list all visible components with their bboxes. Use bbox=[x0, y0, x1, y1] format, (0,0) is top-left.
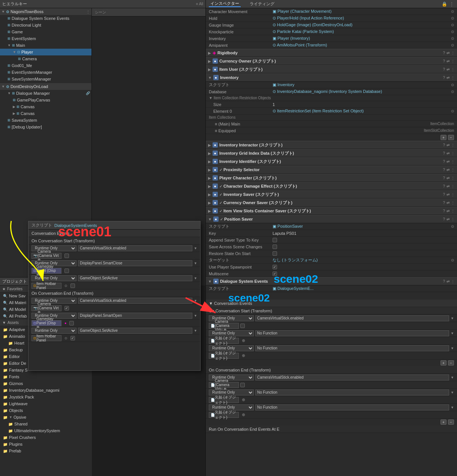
s01-dropdown3[interactable]: ▼ bbox=[194, 261, 197, 265]
component-inv-grid[interactable]: ▶ ■ Inventory Grid Index Data (スクリプト) ? … bbox=[206, 149, 457, 157]
help-icon[interactable]: ? bbox=[443, 279, 445, 284]
hierarchy-item-saveasystem[interactable]: ⊞ SaveaSystem bbox=[0, 117, 91, 124]
s01e-dropdown3[interactable]: ▼ bbox=[194, 314, 197, 318]
ds02-dropdown3[interactable]: ▼ bbox=[451, 331, 454, 335]
more-icon[interactable]: ⋮ bbox=[451, 217, 455, 221]
component-inv-interactor[interactable]: ▶ ■ Inventory Interactor (スクリプト) ? ⇄ ⋮ bbox=[206, 141, 457, 149]
ds02-dropdown1[interactable]: ▼ bbox=[451, 316, 454, 320]
settings-icon[interactable]: ⇄ bbox=[447, 209, 450, 213]
checkbox-multiscene[interactable] bbox=[273, 272, 277, 276]
hierarchy-item-main[interactable]: ▼ ⊞ Main bbox=[0, 42, 91, 49]
help-icon[interactable]: ? bbox=[443, 59, 445, 63]
s01e-dropdown5[interactable]: ▼ bbox=[194, 329, 197, 333]
more-icon[interactable]: ⋮ bbox=[451, 201, 455, 205]
ds02e-obj4[interactable]: 📄 欠如 (オブジェクト) bbox=[209, 397, 239, 403]
settings-icon[interactable]: ⇄ bbox=[447, 76, 450, 80]
prop-value[interactable]: ▣ PositionSaver bbox=[273, 224, 451, 229]
ds02-obj4[interactable]: 📄 欠如 (オブジェクト) bbox=[209, 338, 239, 344]
reset-icon[interactable]: ⊙ bbox=[451, 36, 454, 40]
component-currency-owner[interactable]: ▶ ■ Currency Owner (スクリプト) ? ⇄ ⋮ bbox=[206, 57, 457, 65]
hierarchy-item-nagomitownboss[interactable]: ▼ ⚙ NagomiTownBoss ⋮ bbox=[0, 8, 91, 15]
s01-obj2[interactable]: 📷 Camera (Camera Virt ⊕ bbox=[31, 253, 61, 259]
settings-icon[interactable]: ⇄ bbox=[447, 279, 450, 284]
s01e-obj6[interactable]: ⊡ Item Hotbar Panel bbox=[31, 335, 61, 341]
more-icon[interactable]: ⋮ bbox=[451, 279, 455, 284]
circle-icon[interactable]: ⊕ bbox=[242, 397, 245, 402]
ds02-check2[interactable] bbox=[240, 324, 245, 328]
component-position-saver[interactable]: ▼ ■ ✓ Position Saver ? ⇄ ⋮ bbox=[206, 215, 457, 223]
hierarchy-item-debugupdater[interactable]: ⊞ [Debug Updater] bbox=[0, 124, 91, 130]
folder-prefab[interactable]: 📁 Prefab bbox=[0, 448, 92, 454]
ds02-obj6[interactable]: 📄 欠如 (オブジェクト) bbox=[209, 353, 239, 359]
component-dialogue-events[interactable]: ▼ ■ Dialogue System Events ? ⇄ ⋮ bbox=[206, 277, 457, 285]
remove-button[interactable]: − bbox=[448, 360, 454, 366]
prop-value[interactable]: ⊙ AmiMotsuPoint (Transform) bbox=[273, 43, 451, 48]
s01-dropdown5[interactable]: ▼ bbox=[194, 276, 197, 280]
reset-icon[interactable]: ⊙ bbox=[451, 23, 454, 27]
s01e-dropdown1[interactable]: ▼ bbox=[194, 299, 197, 303]
more-icon[interactable]: ⋮ bbox=[451, 59, 455, 63]
tab-inspector[interactable]: インスペクター bbox=[209, 1, 241, 7]
settings-sm[interactable]: ⊙ bbox=[64, 336, 67, 340]
folder-shared[interactable]: 📁 Shared bbox=[0, 421, 92, 427]
more-icon[interactable]: ⋮ bbox=[451, 168, 455, 172]
help-icon[interactable]: ? bbox=[443, 143, 445, 147]
ds02e-dropdown1[interactable]: ▼ bbox=[451, 376, 454, 379]
help-icon[interactable]: ? bbox=[443, 184, 445, 188]
add-button[interactable]: + bbox=[441, 360, 447, 366]
collection-main[interactable]: ≡ (Main) Main ItemCollection bbox=[206, 121, 457, 127]
checkbox-restore[interactable] bbox=[273, 251, 277, 256]
prop-value[interactable]: ▣ Player (Inventory) bbox=[273, 36, 451, 41]
hierarchy-item-eventsystem[interactable]: ⊞ EventSystem bbox=[0, 35, 91, 42]
help-icon[interactable]: ? bbox=[443, 168, 445, 172]
s01-check2[interactable] bbox=[64, 254, 69, 258]
help-icon[interactable]: ? bbox=[443, 51, 445, 55]
more-icon[interactable]: ⋮ bbox=[451, 76, 455, 80]
settings-icon[interactable]: ⇄ bbox=[447, 67, 450, 72]
s01e-check4[interactable] bbox=[69, 321, 74, 325]
hierarchy-item-savesysmanager[interactable]: ⊞ SaveSystemManager bbox=[0, 76, 91, 82]
lock-icon[interactable]: 🔒 bbox=[442, 1, 447, 7]
s01e-obj2[interactable]: 📷 Camera (Camera Virt ⊕ bbox=[31, 305, 61, 311]
more-icon[interactable]: ⋮ bbox=[451, 192, 455, 197]
ds02-dropdown5[interactable]: ▼ bbox=[451, 346, 454, 350]
component-item-user[interactable]: ▶ ■ Item User (スクリプト) ? ⇄ ⋮ bbox=[206, 65, 457, 73]
circle-icon[interactable]: ⊕ bbox=[242, 338, 245, 343]
reset-icon[interactable]: ⊙ bbox=[451, 258, 454, 262]
s01-dropdown1[interactable]: ▼ bbox=[194, 246, 197, 250]
s01-check4[interactable] bbox=[64, 269, 69, 273]
add-collection-button[interactable]: + bbox=[441, 135, 447, 140]
checkbox-use-player[interactable] bbox=[273, 265, 277, 269]
folder-objects[interactable]: 📁 Objects bbox=[0, 407, 92, 414]
prop-value[interactable]: ⊙ Particle Katai (Particle System) bbox=[273, 29, 451, 34]
more-icon[interactable]: ⋮ bbox=[450, 1, 454, 7]
component-rigidbody[interactable]: ▶ ◈ Rigidbody ? ⇄ ⋮ bbox=[206, 49, 457, 57]
more-icon[interactable]: ⋮ bbox=[451, 143, 455, 147]
folder-lightwave[interactable]: 📁 Lightwave bbox=[0, 400, 92, 407]
component-itemview-saver[interactable]: ▶ ■ ✓ Item View Slots Container Saver (ス… bbox=[206, 207, 457, 215]
prop-value[interactable]: ▣ DialogueSystemE... bbox=[273, 286, 454, 291]
help-icon[interactable]: ? bbox=[443, 209, 445, 213]
prop-value[interactable]: ⊙ InventoryDatabase_nagomi (Inventory Sy… bbox=[273, 89, 451, 94]
ds02e-obj2[interactable]: 📄 Camera (Camera Virtu ⊕ bbox=[209, 382, 239, 388]
folder-ultimate[interactable]: 📁 UltimateInventorySystem bbox=[0, 427, 92, 434]
ds02e-check2[interactable] bbox=[240, 383, 245, 387]
component-proximity[interactable]: ▶ ■ ✓ Proximity Selector ? ⇄ ⋮ bbox=[206, 166, 457, 174]
help-icon[interactable]: ? bbox=[443, 76, 445, 80]
settings-icon[interactable]: ⇄ bbox=[447, 143, 450, 147]
help-icon[interactable]: ? bbox=[443, 201, 445, 205]
reset-icon[interactable]: ⊙ bbox=[451, 109, 454, 113]
more-icon[interactable]: ⋮ bbox=[451, 209, 455, 213]
tab-lighting[interactable]: ライティング bbox=[248, 1, 276, 7]
s01-obj6[interactable]: ⊡ Item Hotbar Panel bbox=[31, 283, 61, 289]
circle-icon[interactable]: ⊕ bbox=[242, 412, 245, 417]
hierarchy-item-canvas1[interactable]: ▶ ⊞ Canvas bbox=[0, 103, 91, 110]
folder-gizmos[interactable]: 📁 Gizmos bbox=[0, 380, 92, 387]
more-icon[interactable]: ⋮ bbox=[451, 67, 455, 72]
ds02e-obj6[interactable]: 📄 欠如 (オブジェクト) bbox=[209, 412, 239, 418]
add-button[interactable]: + bbox=[441, 419, 447, 425]
help-icon[interactable]: ? bbox=[443, 67, 445, 72]
more-icon[interactable]: ⋮ bbox=[451, 176, 455, 180]
help-icon[interactable]: ? bbox=[443, 160, 445, 164]
more-icon[interactable]: ⋮ bbox=[451, 160, 455, 164]
